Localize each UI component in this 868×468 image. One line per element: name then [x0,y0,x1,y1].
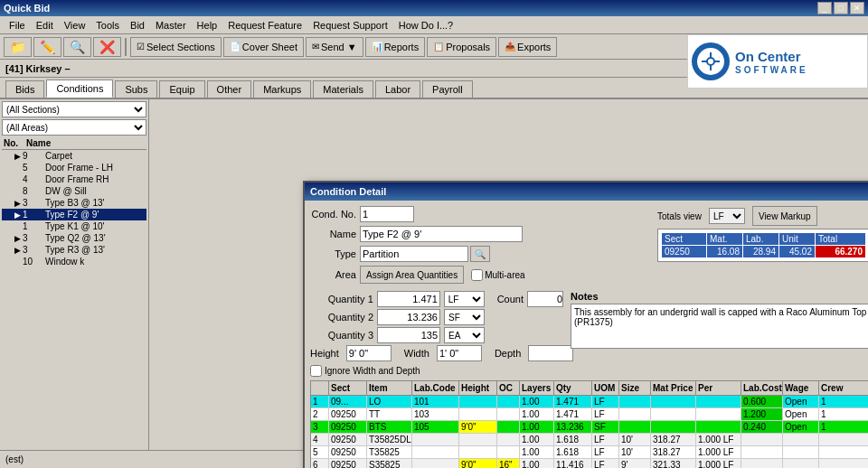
qty3-row: Quantity 3 EA [310,327,563,343]
list-item[interactable]: ▶ 9 Carpet [2,150,146,162]
menu-tools[interactable]: Tools [90,18,125,33]
grid-cell: T35825DL [367,434,412,445]
menu-help[interactable]: Help [192,18,223,33]
grid-body[interactable]: 1 09... LO 101 1.00 1.471 LF [311,396,868,468]
ignore-row: Ignore Width and Depth [310,365,563,377]
tab-labor[interactable]: Labor [375,80,420,98]
menu-request-support[interactable]: Request Support [307,18,393,33]
width-input[interactable] [437,345,482,361]
list-item[interactable]: ▶ 4 Door Frame RH [2,173,146,185]
list-item[interactable]: ▶ 3 Type Q2 @ 13' [2,232,146,244]
grid-cell [696,421,741,433]
tab-equip[interactable]: Equip [159,80,204,98]
assign-area-btn[interactable]: Assign Area Quantities [360,266,464,284]
ignore-checkbox[interactable] [310,365,322,377]
menu-bid[interactable]: Bid [125,18,150,33]
qty3-unit-select[interactable]: EA [444,327,485,343]
menu-master[interactable]: Master [150,18,192,33]
grid-cell: 09250 [329,459,367,468]
tab-markups[interactable]: Markups [253,80,311,98]
count-label: Count [497,294,524,304]
grid-cell: 9' [619,459,651,468]
tot-sect-val: 09250 [662,245,707,257]
minimize-btn[interactable]: _ [817,2,832,14]
menu-how-do-i[interactable]: How Do I...? [393,18,459,33]
count-input[interactable] [527,291,563,307]
qty2-input[interactable] [377,309,440,325]
qty3-input[interactable] [377,327,440,343]
grid-cell: Open [783,396,819,407]
toolbar-icon-3[interactable]: 🔍 [63,37,91,57]
type-input[interactable] [360,246,468,262]
menu-bar: File Edit View Tools Bid Master Help Req… [0,16,868,34]
grid-row-5[interactable]: 5 09250 T35825 1.00 1.618 LF 10' 318.27 … [311,446,868,459]
menu-edit[interactable]: Edit [31,18,59,33]
grid-cell [459,446,497,458]
logo-area: On Center SOFTWARE [687,34,868,89]
grid-row-1[interactable]: 1 09... LO 101 1.00 1.471 LF [311,396,868,408]
list-item[interactable]: ▶ 10 Window k [2,256,146,267]
list-item[interactable]: ▶ 3 Type R3 @ 13' [2,244,146,256]
qty1-unit-select[interactable]: LF [444,291,485,307]
grid-row-2[interactable]: 2 09250 TT 103 1.00 1.471 LF [311,408,868,421]
cond-no-input[interactable] [360,206,414,222]
multi-area-checkbox[interactable] [471,269,483,281]
section-filter[interactable]: (All Sections) [2,101,146,117]
proposals-btn[interactable]: 📋 Proposals [427,37,496,57]
grid-row-4[interactable]: 4 09250 T35825DL 1.00 1.618 LF 10' 318.2… [311,434,868,446]
type-search-btn[interactable]: 🔍 [470,246,490,262]
grid-cell: 9'0" [459,421,497,433]
col-name: Name [26,138,145,148]
dialog-title-bar: Condition Detail _ □ ✕ [305,183,868,201]
cover-sheet-btn[interactable]: 📄 Cover Sheet [223,37,304,57]
tab-materials[interactable]: Materials [313,80,373,98]
tab-bids[interactable]: Bids [5,80,44,98]
tab-conditions[interactable]: Conditions [46,80,113,98]
totals-view-select[interactable]: LF [709,208,745,224]
tab-payroll[interactable]: Payroll [422,80,473,98]
height-input[interactable] [346,345,392,361]
tot-total-val: 66.270 [816,245,865,257]
menu-view[interactable]: View [59,18,91,33]
menu-file[interactable]: File [4,18,31,33]
grid-cell [619,408,651,420]
grid-cell [459,434,497,445]
grid-cell: 09250 [329,434,367,445]
grid-cell [459,408,497,420]
list-item[interactable]: ▶ 8 DW @ Sill [2,185,146,197]
list-item[interactable]: ▶ 1 Type K1 @ 10' [2,220,146,232]
qty1-input[interactable] [377,291,440,307]
maximize-btn[interactable]: □ [834,2,848,14]
view-markup-btn[interactable]: View Markup [752,206,817,226]
list-item[interactable]: ▶ 5 Door Frame - LH [2,162,146,173]
exports-btn[interactable]: 📤 Exports [498,37,557,57]
tab-other[interactable]: Other [207,80,252,98]
list-item[interactable]: ▶ 3 Type B3 @ 13' [2,197,146,209]
grid-cell: 1.471 [554,396,592,407]
close-app-btn[interactable]: ✕ [850,2,864,14]
name-input[interactable] [360,226,523,242]
grid-row-6[interactable]: 6 09250 S35825 9'0" 16" 1.00 11.416 LF 9… [311,459,868,468]
select-sections-btn[interactable]: ☑ Select Sections [130,37,222,57]
condition-dialog: Condition Detail _ □ ✕ Cond. No. [303,181,868,468]
tot-total-header: Total [816,233,865,245]
depth-label: Depth [495,348,521,359]
toolbar-icon-4[interactable]: ❌ [93,37,121,57]
menu-request-feature[interactable]: Request Feature [222,18,307,33]
tab-subs[interactable]: Subs [115,80,157,98]
depth-input[interactable] [528,345,573,361]
col-header-layers: Layers [520,381,554,395]
toolbar-icon-1[interactable]: 📁 [4,37,32,57]
multi-area-label: Multi-area [485,270,524,280]
grid-cell [783,434,819,445]
dialog-body: Cond. No. Name Type 🔍 [305,201,868,468]
reports-btn[interactable]: 📊 Reports [365,37,426,57]
toolbar-icon-2[interactable]: ✏️ [33,37,61,57]
list-item-selected[interactable]: ▶ 1 Type F2 @ 9' [2,209,146,220]
area-filter[interactable]: (All Areas) [2,119,146,136]
dialog-title-text: Condition Detail [310,186,386,197]
left-panel: (All Sections) (All Areas) No. Name ▶ 9 … [0,99,149,464]
qty2-unit-select[interactable]: SF [444,309,485,325]
send-btn[interactable]: ✉ Send ▼ [306,37,363,57]
grid-row-3[interactable]: 3 09250 BTS 105 9'0" 1.00 13.236 SF [311,421,868,434]
